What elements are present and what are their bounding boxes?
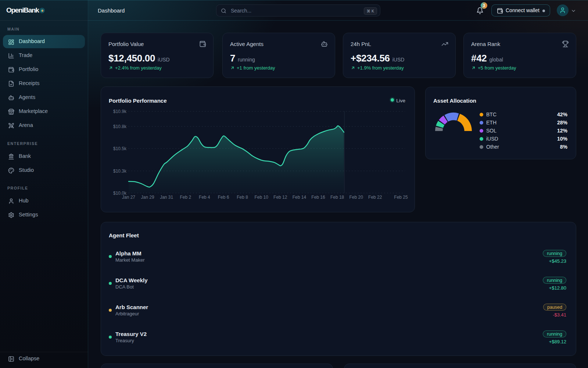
svg-text:ETH: ETH: [486, 120, 496, 125]
svg-text:SOL: SOL: [486, 128, 496, 134]
svg-text:Feb 16: Feb 16: [311, 195, 325, 200]
svg-text:Feb 2: Feb 2: [180, 195, 191, 200]
svg-text:10%: 10%: [557, 136, 568, 142]
svg-text:$10.5k: $10.5k: [113, 146, 127, 151]
svg-text:Feb 14: Feb 14: [293, 195, 306, 200]
svg-text:Feb 12: Feb 12: [273, 195, 287, 200]
svg-text:8%: 8%: [560, 144, 568, 150]
svg-text:Jan 31: Jan 31: [160, 195, 173, 200]
svg-text:Other: Other: [486, 144, 499, 150]
svg-text:Feb 25: Feb 25: [394, 195, 408, 200]
svg-text:Jan 29: Jan 29: [141, 195, 154, 200]
svg-text:12%: 12%: [557, 128, 568, 134]
svg-text:$10.9k: $10.9k: [113, 109, 127, 114]
svg-text:Feb 4: Feb 4: [199, 195, 210, 200]
svg-text:42%: 42%: [557, 112, 568, 117]
svg-text:BTC: BTC: [486, 112, 496, 117]
svg-text:$10.8k: $10.8k: [113, 124, 127, 129]
svg-text:Feb 22: Feb 22: [368, 195, 382, 200]
svg-text:Jan 27: Jan 27: [122, 195, 135, 200]
svg-text:Feb 8: Feb 8: [237, 195, 248, 200]
svg-text:Feb 18: Feb 18: [330, 195, 344, 200]
svg-text:Feb 20: Feb 20: [349, 195, 363, 200]
svg-text:Feb 6: Feb 6: [218, 195, 229, 200]
svg-text:28%: 28%: [557, 120, 568, 125]
svg-text:iUSD: iUSD: [486, 136, 498, 142]
svg-text:Feb 10: Feb 10: [255, 195, 269, 200]
svg-text:$10.3k: $10.3k: [113, 169, 127, 174]
